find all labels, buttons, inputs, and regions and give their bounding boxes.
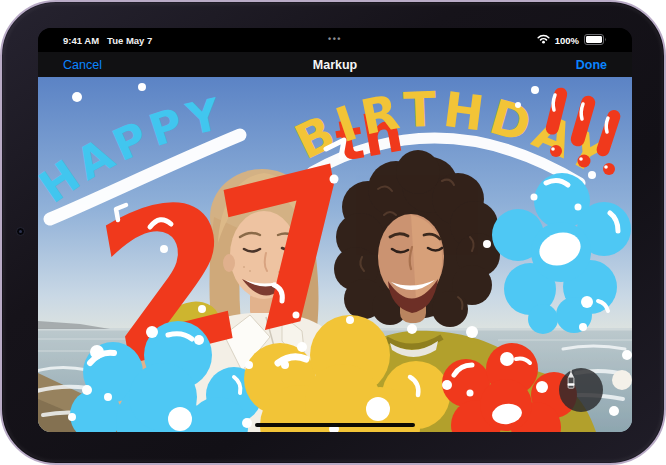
multitask-indicator[interactable]: ••• [328, 35, 342, 44]
battery-percent: 100% [555, 35, 579, 46]
date: Tue May 7 [107, 35, 152, 46]
ipad-device-frame: 9:41 AM Tue May 7 ••• 100% [0, 0, 666, 465]
page-title: Markup [313, 58, 357, 72]
done-button[interactable]: Done [576, 58, 607, 72]
battery-full-icon [584, 34, 607, 47]
markup-canvas[interactable]: HAPPY 27 th BIRTHDAY [38, 77, 632, 432]
wifi-icon [537, 34, 550, 46]
pen-tool-button[interactable] [559, 368, 603, 412]
photo-with-drawings: HAPPY 27 th BIRTHDAY [38, 77, 632, 432]
clock: 9:41 AM [63, 35, 99, 46]
status-bar: 9:41 AM Tue May 7 ••• 100% [38, 28, 632, 52]
screen: 9:41 AM Tue May 7 ••• 100% [38, 28, 632, 432]
home-indicator[interactable] [255, 423, 415, 427]
front-camera [16, 227, 25, 236]
markup-toolbar: Cancel Markup Done [38, 52, 632, 77]
screenshot-stage: 9:41 AM Tue May 7 ••• 100% [0, 0, 666, 465]
cancel-button[interactable]: Cancel [63, 58, 102, 72]
